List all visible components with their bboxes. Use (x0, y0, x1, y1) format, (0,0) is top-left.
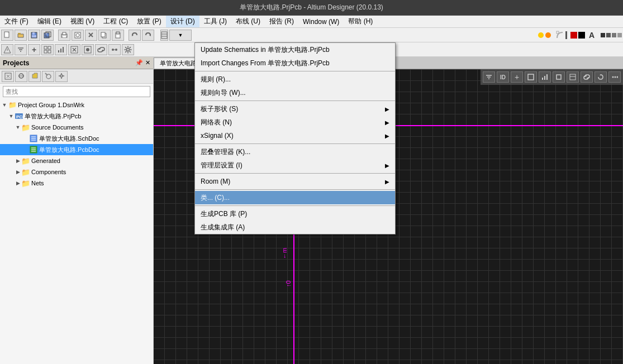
tb2-chart[interactable] (55, 44, 67, 55)
menu-board-shape[interactable]: 板子形状 (S) ▶ (195, 102, 395, 116)
menu-rules[interactable]: 规则 (R)... (195, 73, 395, 86)
tb2-settings[interactable] (122, 44, 134, 55)
menu-gen-pcb-lib[interactable]: 生成PCB 库 (P) (195, 207, 395, 221)
menu-room[interactable]: Room (M) ▶ (195, 175, 395, 188)
proj-tb-settings[interactable] (55, 71, 68, 82)
tree-project[interactable]: ▼ PCB 单管放大电路.PrjPcb (0, 111, 153, 122)
menu-xsignal-label: xSignal (X) (201, 132, 385, 140)
search-input[interactable] (3, 86, 150, 97)
tree-generated[interactable]: ▶ 📁 Generated (0, 155, 153, 166)
menu-netlist[interactable]: 网络表 (N) ▶ (195, 116, 395, 129)
proj-tb-4[interactable] (42, 71, 54, 82)
menu-layer-stack-label: 层叠管理器 (K)... (201, 147, 389, 157)
menu-xsignal[interactable]: xSignal (X) ▶ (195, 129, 395, 142)
svg-rect-38 (63, 47, 64, 52)
tb-copy[interactable] (98, 30, 111, 41)
tb2-link[interactable] (95, 44, 107, 55)
menu-layer-stack[interactable]: 层叠管理器 (K)... (195, 145, 395, 159)
svg-rect-74 (570, 74, 576, 80)
tb-extra2[interactable]: ▼ (169, 30, 192, 41)
menu-report[interactable]: 报告 (R) (265, 16, 298, 27)
menu-rules-wizard[interactable]: 规则向导 (W)... (195, 86, 395, 99)
menu-help[interactable]: 帮助 (H) (344, 16, 377, 27)
menu-netlist-label: 网络表 (N) (201, 118, 385, 127)
menu-gen-int-lib[interactable]: 生成集成库 (A) (195, 221, 395, 234)
proj-tb-2[interactable] (15, 71, 27, 82)
sch-file-icon (29, 134, 38, 143)
tree-components[interactable]: ▶ 📁 Components (0, 166, 153, 178)
tree-nets[interactable]: ▶ 📁 Nets (0, 178, 153, 189)
tb2-1[interactable] (1, 44, 13, 55)
menu-import-changes[interactable]: Import Changes From 单管放大电路.PrjPcb (195, 56, 395, 70)
tree-pcb-file[interactable]: ▶ 单管放大电路.PcbDoc (0, 144, 153, 155)
menu-design[interactable]: 设计 (D) (166, 16, 199, 27)
tb-extra1[interactable] (160, 30, 168, 41)
pcb-tb-chart[interactable] (539, 71, 551, 83)
svg-point-77 (612, 76, 614, 78)
svg-rect-35 (48, 50, 51, 53)
menu-route[interactable]: 布线 (U) (231, 16, 265, 27)
tb-open[interactable] (15, 30, 27, 41)
pin-icon[interactable]: 📌 (135, 59, 143, 66)
tb2-grid[interactable] (41, 44, 54, 55)
text-icon: A (588, 31, 600, 40)
menu-window[interactable]: Window (W) (298, 17, 344, 27)
tb2-more1[interactable] (68, 44, 80, 55)
pcb-tb-add[interactable]: + (511, 71, 523, 83)
pcb-tb-link2[interactable] (581, 71, 593, 83)
tree-project-group[interactable]: ▼ 📁 Project Group 1.DsnWrk (0, 99, 153, 111)
tb2-add[interactable]: + (28, 44, 40, 55)
svg-rect-5 (32, 35, 36, 37)
svg-rect-22 (161, 32, 167, 39)
tb-preview[interactable] (72, 30, 84, 41)
pcb-tb-more[interactable] (567, 71, 579, 83)
menu-place[interactable]: 放置 (P) (132, 16, 165, 27)
tb-undo[interactable] (129, 30, 141, 41)
color-black (578, 32, 585, 39)
svg-rect-36 (58, 50, 59, 52)
pcb-tb-square[interactable] (553, 71, 565, 83)
proj-tb-1[interactable] (2, 71, 14, 82)
arc-icon (555, 31, 564, 40)
menu-project[interactable]: 工程 (C) (99, 16, 132, 27)
separator-2 (195, 100, 395, 101)
pcb-tb-filter[interactable] (483, 71, 495, 83)
menu-update-sch[interactable]: Update Schematics in 单管放大电路.PrjPcb (195, 43, 395, 56)
svg-rect-37 (60, 49, 61, 52)
tb2-filter[interactable] (15, 44, 27, 55)
tb-paste[interactable] (112, 30, 124, 41)
pcb-tb-extra[interactable] (608, 71, 621, 83)
sch-file-label: 单管放大电路.SchDoc (39, 135, 99, 143)
tb2-more2[interactable] (82, 44, 94, 55)
close-icon[interactable]: ✕ (145, 59, 150, 66)
proj-tb-3[interactable] (28, 71, 41, 82)
tb2-more3[interactable] (108, 44, 121, 55)
tb-save-all[interactable] (41, 30, 54, 41)
menu-classes[interactable]: 类... (C)... (195, 191, 395, 204)
pcb-tb-id[interactable]: ID (497, 71, 509, 83)
menu-edit[interactable]: 编辑 (E) (33, 16, 66, 27)
tb-new[interactable] (1, 30, 13, 41)
pcb-top-toolbar: ID + (481, 69, 623, 85)
orange-indicator (545, 32, 551, 38)
tb-redo[interactable] (142, 30, 154, 41)
svg-point-47 (127, 48, 130, 51)
menu-tools[interactable]: 工具 (J) (199, 16, 231, 27)
tree-sch-file[interactable]: ▶ 单管放大电路.SchDoc (0, 133, 153, 144)
projects-header-icons: 📌 ✕ (135, 59, 150, 66)
color-red (570, 32, 577, 39)
tb-save[interactable] (28, 30, 40, 41)
tree-source-documents[interactable]: ▼ 📁 Source Documents (0, 122, 153, 133)
arrow-layer-settings: ▶ (385, 162, 389, 169)
source-documents-label: Source Documents (31, 124, 84, 131)
pcb-tb-frame[interactable] (525, 71, 537, 83)
generated-label: Generated (31, 157, 60, 164)
tb-cut[interactable] (85, 30, 97, 41)
menu-gen-int-lib-label: 生成集成库 (A) (201, 223, 389, 232)
tb-print[interactable] (58, 30, 70, 41)
menu-file[interactable]: 文件 (F) (0, 16, 33, 27)
menu-view[interactable]: 视图 (V) (66, 16, 99, 27)
title-bar: 单管放大电路.PrjPcb - Altium Designer (20.0.13… (0, 0, 623, 16)
menu-layer-settings[interactable]: 管理层设置 (I) ▶ (195, 159, 395, 172)
pcb-tb-rotate[interactable] (595, 71, 607, 83)
